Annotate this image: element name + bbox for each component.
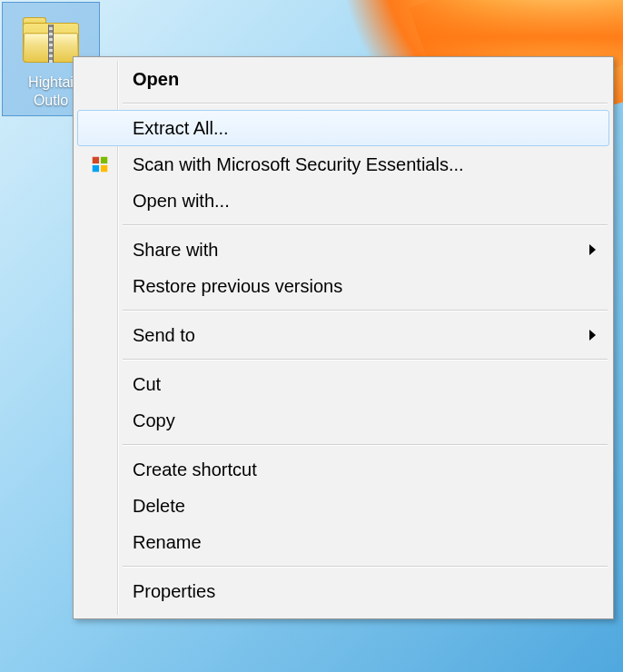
menu-item-label: Extract All...	[133, 118, 229, 139]
menu-item-label: Delete	[133, 496, 185, 517]
submenu-arrow-icon	[589, 330, 596, 341]
menu-item-label: Rename	[133, 532, 202, 553]
svg-rect-1	[101, 157, 107, 163]
menu-separator	[123, 224, 608, 226]
menu-item-properties[interactable]: Properties	[77, 573, 609, 609]
menu-item-cut[interactable]: Cut	[77, 366, 609, 402]
menu-item-open-with[interactable]: Open with...	[77, 183, 609, 219]
mse-shield-icon	[89, 153, 111, 175]
menu-item-delete[interactable]: Delete	[77, 488, 609, 524]
menu-item-label: Copy	[133, 410, 175, 431]
menu-item-label: Scan with Microsoft Security Essentials.…	[133, 154, 464, 175]
menu-item-restore-previous[interactable]: Restore previous versions	[77, 268, 609, 304]
context-menu: Open Extract All... Scan with Microsoft …	[73, 56, 614, 619]
submenu-arrow-icon	[589, 244, 596, 255]
menu-item-label: Restore previous versions	[133, 276, 342, 297]
menu-item-send-to[interactable]: Send to	[77, 317, 609, 353]
svg-rect-3	[101, 165, 107, 172]
menu-item-copy[interactable]: Copy	[77, 402, 609, 439]
svg-rect-2	[93, 165, 99, 172]
menu-item-label: Cut	[133, 374, 161, 395]
menu-item-label: Create shortcut	[133, 460, 257, 480]
menu-item-open[interactable]: Open	[77, 61, 609, 97]
svg-rect-0	[93, 157, 99, 163]
menu-item-label: Open	[133, 69, 179, 90]
menu-separator	[123, 103, 608, 104]
menu-item-label: Properties	[133, 581, 215, 602]
menu-separator	[123, 359, 608, 361]
menu-item-label: Send to	[133, 325, 195, 346]
menu-separator	[123, 310, 608, 311]
menu-item-rename[interactable]: Rename	[77, 524, 609, 560]
menu-separator	[123, 566, 608, 568]
menu-item-label: Open with...	[133, 191, 230, 212]
menu-item-share-with[interactable]: Share with	[77, 232, 609, 268]
menu-item-label: Share with	[133, 240, 219, 261]
menu-item-create-shortcut[interactable]: Create shortcut	[77, 451, 609, 488]
menu-item-extract-all[interactable]: Extract All...	[77, 110, 609, 146]
menu-item-scan-mse[interactable]: Scan with Microsoft Security Essentials.…	[77, 146, 609, 183]
menu-separator	[123, 444, 608, 446]
